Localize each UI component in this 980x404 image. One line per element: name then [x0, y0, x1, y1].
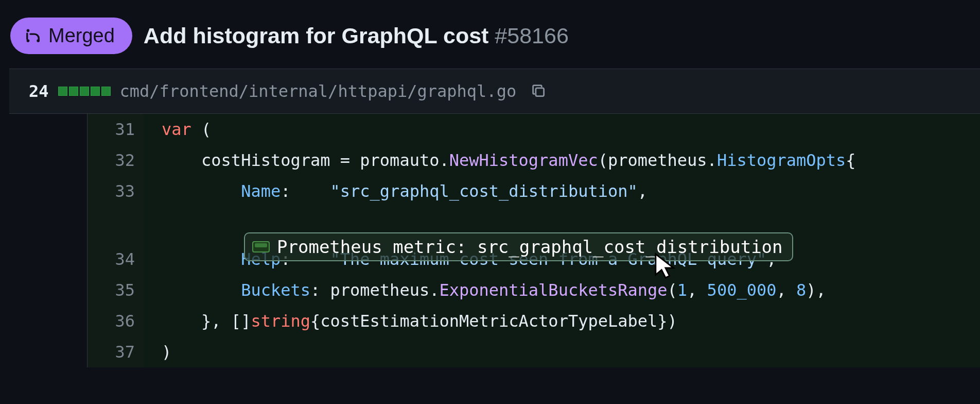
gutter-row — [9, 244, 87, 275]
pr-number: #58166 — [495, 23, 569, 48]
diff-square — [58, 87, 67, 96]
pr-title: Add histogram for GraphQL cost — [144, 23, 495, 48]
code-line[interactable]: }, []string{costEstimationMetricActorTyp… — [143, 306, 980, 336]
code-line[interactable]: costHistogram = promauto.NewHistogramVec… — [143, 145, 980, 176]
gutter-row — [9, 306, 87, 336]
gutter-row — [9, 336, 87, 367]
merged-badge-label: Merged — [48, 25, 115, 47]
file-header[interactable]: 24 cmd/frontend/internal/httpapi/graphql… — [9, 69, 980, 114]
pr-header: Merged Add histogram for GraphQL cost #5… — [0, 0, 980, 69]
copy-icon[interactable] — [532, 84, 546, 98]
diff-area: 31 32 33 34 35 36 37 var ( costHistogram… — [9, 114, 980, 367]
diff-square — [69, 87, 78, 96]
gutter-row — [9, 207, 87, 244]
line-number[interactable]: 34 — [87, 244, 135, 275]
line-number[interactable]: 37 — [87, 336, 135, 367]
line-number[interactable]: 35 — [87, 275, 135, 306]
line-number[interactable]: 32 — [87, 145, 135, 176]
code-line[interactable]: ) — [143, 336, 980, 367]
git-merge-icon — [24, 27, 42, 45]
code-column: var ( costHistogram = promauto.NewHistog… — [143, 114, 980, 367]
diff-square — [91, 87, 100, 96]
tooltip-text: Prometheus metric: src_graphql_cost_dist… — [277, 237, 783, 257]
merged-badge: Merged — [10, 18, 132, 54]
change-count: 24 — [29, 81, 49, 101]
prometheus-icon — [252, 241, 270, 252]
gutter-row — [9, 114, 87, 145]
gutter-row — [87, 207, 135, 244]
diff-square — [80, 87, 89, 96]
gutter-old — [9, 114, 87, 367]
gutter-row — [9, 275, 87, 306]
svg-rect-0 — [536, 88, 544, 96]
line-number[interactable]: 31 — [87, 114, 135, 145]
line-number[interactable]: 36 — [87, 306, 135, 336]
code-line[interactable]: Name: "src_graphql_cost_distribution", — [143, 176, 980, 207]
gutter-row — [9, 145, 87, 176]
gutter-row — [9, 176, 87, 207]
code-line[interactable]: Buckets: prometheus.ExponentialBucketsRa… — [143, 275, 980, 306]
gutter-new: 31 32 33 34 35 36 37 — [87, 114, 143, 367]
line-number[interactable]: 33 — [87, 176, 135, 207]
pr-title-wrap: Add histogram for GraphQL cost #58166 — [144, 23, 569, 48]
diff-squares — [58, 87, 111, 96]
hover-tooltip[interactable]: Prometheus metric: src_graphql_cost_dist… — [244, 232, 793, 261]
file-path[interactable]: cmd/frontend/internal/httpapi/graphql.go — [120, 81, 517, 101]
diff-square — [101, 87, 111, 96]
code-line[interactable]: var ( — [143, 114, 980, 145]
